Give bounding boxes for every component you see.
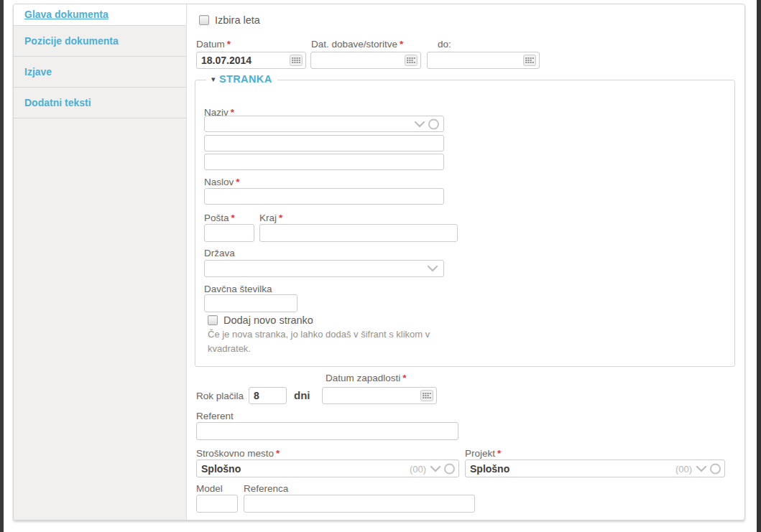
- naziv-field: [204, 116, 444, 132]
- stroskovno-mesto-code: (00): [410, 463, 426, 474]
- datum-label: Datum*: [196, 39, 231, 50]
- stranka-legend-toggle[interactable]: ▾STRANKA: [206, 73, 277, 85]
- drzava-label: Država: [204, 248, 235, 258]
- dni-label: dni: [294, 389, 310, 401]
- dat-dobave-label: Dat. dobave/storitve*: [311, 39, 403, 50]
- dodaj-novo-stranko-checkbox[interactable]: [208, 315, 218, 325]
- stroskovno-mesto-field: (00): [196, 459, 459, 477]
- sidebar: Glava dokumenta Pozicije dokumenta Izjav…: [14, 4, 187, 520]
- davcna-stevilka-label: Davčna številka: [204, 284, 272, 294]
- sidebar-item-pozicije-dokumenta[interactable]: Pozicije dokumenta: [14, 26, 186, 57]
- posta-label: Pošta*: [204, 213, 235, 223]
- izbira-leta-checkbox[interactable]: [199, 15, 209, 25]
- referent-label: Referent: [196, 411, 234, 421]
- referenca-label: Referenca: [244, 483, 288, 494]
- chevron-down-icon[interactable]: [430, 465, 441, 472]
- do-date-field: [427, 52, 540, 69]
- calendar-icon[interactable]: [523, 55, 536, 66]
- drzava-field: [204, 260, 444, 277]
- naziv-input[interactable]: [204, 116, 444, 132]
- datum-zapadlosti-label: Datum zapadlosti*: [326, 373, 407, 383]
- stroskovno-mesto-label: Stroškovno mesto*: [196, 448, 280, 459]
- projekt-code: (00): [675, 463, 692, 474]
- sidebar-item-glava-dokumenta[interactable]: Glava dokumenta: [14, 4, 186, 26]
- projekt-field: (00): [465, 459, 725, 477]
- combo-status-circle-icon[interactable]: [710, 463, 721, 474]
- rok-placila-label: Rok plačila: [196, 391, 244, 401]
- naslov-label: Naslov*: [204, 177, 240, 187]
- calendar-icon[interactable]: [290, 55, 303, 66]
- projekt-label: Projekt*: [465, 448, 501, 459]
- scrollbar-track[interactable]: [757, 0, 761, 532]
- naslov-input[interactable]: [204, 188, 444, 205]
- naziv-line2-input[interactable]: [204, 135, 444, 151]
- datum-field: [196, 52, 306, 69]
- chevron-down-icon[interactable]: [414, 121, 425, 128]
- posta-input[interactable]: [204, 224, 254, 242]
- document-form-panel: Glava dokumenta Pozicije dokumenta Izjav…: [13, 4, 745, 521]
- drzava-select[interactable]: [204, 260, 444, 277]
- page: Glava dokumenta Pozicije dokumenta Izjav…: [0, 0, 761, 532]
- kraj-label: Kraj*: [259, 213, 282, 223]
- dat-dobave-field: [310, 52, 421, 69]
- naziv-line3-input[interactable]: [204, 154, 444, 170]
- referenca-input[interactable]: [244, 495, 475, 513]
- dodaj-novo-stranko-label: Dodaj novo stranko: [223, 314, 313, 326]
- datum-zapadlosti-input[interactable]: [322, 387, 437, 404]
- model-label: Model: [196, 483, 223, 494]
- calendar-icon[interactable]: [405, 55, 418, 66]
- triangle-down-icon: ▾: [211, 75, 216, 83]
- rok-placila-input[interactable]: [249, 387, 287, 404]
- izbira-leta-label: Izbira leta: [215, 14, 260, 26]
- chevron-down-icon[interactable]: [696, 465, 707, 472]
- add-stranka-help-line1: Če je nova stranka, jo lahko dodaš v šif…: [208, 329, 430, 340]
- sidebar-item-izjave[interactable]: Izjave: [14, 57, 186, 88]
- calendar-icon[interactable]: [420, 390, 433, 401]
- davcna-stevilka-input[interactable]: [204, 294, 298, 312]
- window-edge-left: [0, 0, 4, 532]
- add-stranka-help-line2: kvadratek.: [208, 343, 251, 354]
- referent-input[interactable]: [196, 422, 458, 440]
- combo-status-circle-icon[interactable]: [428, 118, 439, 129]
- kraj-input[interactable]: [259, 224, 458, 242]
- datum-zapadlosti-field: [322, 387, 437, 404]
- do-label: do:: [438, 39, 451, 50]
- chevron-down-icon[interactable]: [427, 265, 438, 272]
- model-input[interactable]: [196, 495, 238, 513]
- combo-status-circle-icon[interactable]: [444, 463, 455, 474]
- sidebar-item-dodatni-teksti[interactable]: Dodatni teksti: [14, 88, 186, 118]
